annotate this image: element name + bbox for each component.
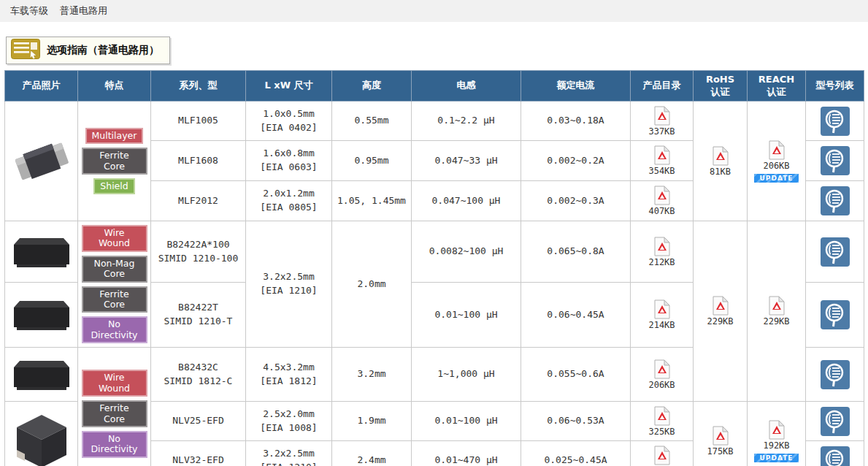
inductance-cell: 0.01~100 μH	[412, 402, 521, 441]
product-photo-mlf	[5, 102, 78, 221]
feature-badge: Ferrite Core	[82, 286, 147, 313]
size-cell: 3.2x2.5mm[EIA 1210]	[246, 441, 332, 466]
current-cell: 0.002~0.3A	[521, 181, 631, 221]
catalog-cell: 212KB	[631, 221, 694, 283]
current-cell: 0.065~0.8A	[521, 221, 631, 283]
col-header-catalog: 产品目录	[631, 71, 694, 102]
model-list-button[interactable]	[806, 107, 864, 136]
model-list-button[interactable]	[806, 186, 864, 215]
catalog-cell: 337KB	[631, 102, 694, 141]
magnifier-list-icon	[821, 146, 850, 175]
update-badge: UPDATE	[754, 454, 799, 462]
catalog-pdf-link[interactable]: 407KB	[648, 186, 675, 216]
col-header-size: L xW 尺寸	[246, 71, 332, 102]
product-photo-simid-t	[5, 283, 78, 348]
pdf-icon	[769, 420, 785, 440]
current-cell: 0.025~0.45A	[521, 441, 631, 466]
size-cell: 2.0x1.2mm[EIA 0805]	[246, 181, 332, 221]
reach-pdf-link[interactable]: 206KB UPDATE	[754, 140, 799, 183]
model-list-button[interactable]	[806, 360, 864, 389]
selection-guide-button[interactable]: 选项指南（普通电路用）	[6, 37, 170, 64]
model-list-cell	[806, 348, 864, 402]
pdf-icon	[654, 406, 670, 426]
features-cell-group3: Wire Wound Ferrite Core No Directivity	[78, 348, 151, 466]
feature-badge: Shield	[93, 178, 134, 194]
pdf-icon	[769, 140, 785, 160]
col-header-inductance: 电感	[412, 71, 521, 102]
catalog-pdf-link[interactable]: 332KB	[648, 446, 675, 466]
pdf-icon	[654, 106, 670, 126]
reach-pdf-link[interactable]: 229KB	[763, 296, 789, 326]
table-row: Multilayer Ferrite Core Shield MLF1005 1…	[5, 102, 864, 141]
height-cell: 1.05, 1.45mm	[332, 181, 412, 221]
magnifier-list-icon	[821, 107, 850, 136]
product-photo-nlv	[5, 402, 78, 466]
pdf-icon	[654, 299, 670, 319]
catalog-cell: 354KB	[631, 141, 694, 181]
reach-cell-group2: 229KB	[748, 221, 806, 402]
pdf-icon	[713, 426, 729, 446]
col-header-features: 特点	[78, 71, 151, 102]
model-list-cell	[806, 221, 864, 283]
catalog-pdf-link[interactable]: 214KB	[648, 299, 675, 330]
size-cell: 1.6x0.8mm[EIA 0603]	[246, 141, 332, 181]
model-list-button[interactable]	[806, 407, 864, 436]
height-cell: 0.95mm	[332, 141, 412, 181]
inductance-cell: 0.047~100 μH	[412, 181, 521, 221]
tab-general-circuit[interactable]: 普通电路用	[60, 4, 107, 18]
inductance-cell: 1~1,000 μH	[412, 348, 521, 402]
model-list-cell	[806, 402, 864, 441]
rohs-pdf-link[interactable]: 229KB	[707, 296, 733, 326]
inductance-cell: 0.01~470 μH	[412, 441, 521, 466]
model-list-cell	[806, 181, 864, 221]
table-hand-icon	[11, 39, 40, 62]
inductance-cell: 0.01~100 μH	[412, 283, 521, 348]
table-row: Wire Wound Non-Mag Core Ferrite Core No …	[5, 221, 864, 283]
magnifier-list-icon	[821, 360, 850, 389]
series-cell: MLF1608	[151, 141, 246, 181]
inductance-cell: 0.1~2.2 μH	[412, 102, 521, 141]
reach-cell-group1: 206KB UPDATE	[748, 102, 806, 221]
model-list-button[interactable]	[806, 300, 864, 329]
reach-cell-group3: 192KB UPDATE	[748, 402, 806, 466]
catalog-pdf-link[interactable]: 325KB	[648, 406, 675, 437]
product-photo-simid-a	[5, 221, 78, 283]
model-list-button[interactable]	[806, 446, 864, 466]
pdf-icon	[654, 446, 670, 465]
size-cell: 2.5x2.0mm[EIA 1008]	[246, 402, 332, 441]
feature-badge: Non-Mag Core	[82, 256, 147, 283]
catalog-pdf-link[interactable]: 206KB	[648, 359, 675, 390]
features-cell-group1: Multilayer Ferrite Core Shield	[78, 102, 151, 221]
series-cell: MLF2012	[151, 181, 246, 221]
col-header-series: 系列、型	[151, 71, 246, 102]
feature-badge: No Directivity	[82, 316, 147, 343]
rohs-cell-group1: 81KB	[694, 102, 748, 221]
top-tab-bar: 车载等级 普通电路用	[0, 0, 868, 22]
series-cell: B82422TSIMID 1210-T	[151, 283, 246, 348]
features-cell-group2: Wire Wound Non-Mag Core Ferrite Core No …	[78, 221, 151, 348]
catalog-cell: 407KB	[631, 181, 694, 221]
feature-badge: No Directivity	[82, 431, 147, 458]
col-header-rohs: RoHS认证	[694, 71, 748, 102]
rohs-pdf-link[interactable]: 81KB	[710, 146, 731, 177]
model-list-button[interactable]	[806, 146, 864, 175]
catalog-pdf-link[interactable]: 337KB	[648, 106, 675, 137]
catalog-cell: 332KB	[631, 441, 694, 466]
col-header-reach: REACH认证	[748, 71, 806, 102]
magnifier-list-icon	[821, 186, 850, 215]
height-cell: 3.2mm	[332, 348, 412, 402]
reach-pdf-link[interactable]: 192KB UPDATE	[754, 420, 799, 462]
feature-badge: Wire Wound	[82, 225, 147, 252]
model-list-button[interactable]	[806, 237, 864, 267]
series-cell: NLV25-EFD	[151, 402, 246, 441]
current-cell: 0.06~0.45A	[521, 283, 631, 348]
magnifier-list-icon	[821, 300, 850, 329]
current-cell: 0.06~0.53A	[521, 402, 631, 441]
series-cell: NLV32-EFD	[151, 441, 246, 466]
tab-automotive-grade[interactable]: 车载等级	[10, 4, 48, 18]
catalog-pdf-link[interactable]: 354KB	[648, 145, 675, 176]
rohs-pdf-link[interactable]: 175KB	[707, 426, 733, 457]
feature-badge: Wire Wound	[82, 370, 147, 397]
page: 车载等级 普通电路用 选项指南（普通电路用） 产品照片 特点	[0, 0, 868, 466]
catalog-pdf-link[interactable]: 212KB	[648, 237, 675, 267]
